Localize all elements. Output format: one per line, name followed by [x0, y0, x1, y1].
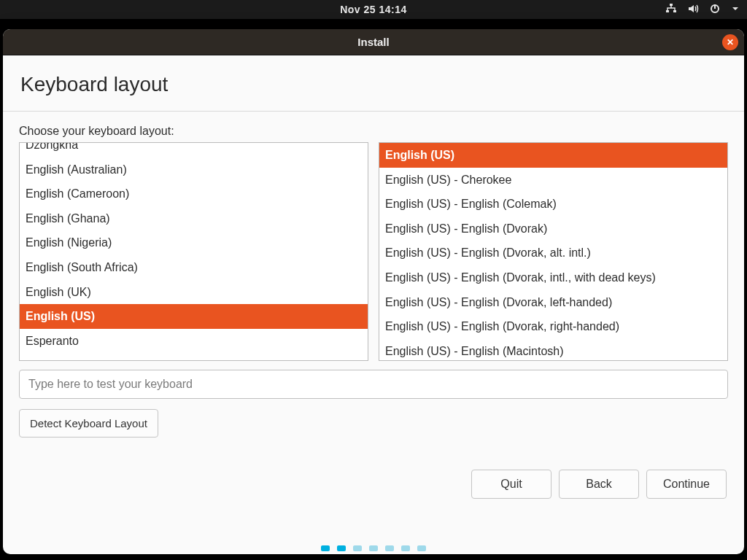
- progress-dot: [401, 545, 410, 551]
- clock: Nov 25 14:14: [340, 4, 407, 15]
- prompt-label: Choose your keyboard layout:: [19, 125, 728, 138]
- power-icon[interactable]: [709, 3, 721, 17]
- page-title: Keyboard layout: [3, 55, 744, 112]
- svg-rect-2: [673, 10, 676, 12]
- top-bar: Nov 25 14:14: [0, 0, 747, 19]
- list-item[interactable]: English (South Africa): [20, 255, 368, 280]
- quit-button[interactable]: Quit: [471, 470, 551, 499]
- back-button[interactable]: Back: [559, 470, 639, 499]
- keyboard-test-input[interactable]: [19, 370, 728, 399]
- list-item[interactable]: English (US) - English (Dvorak, left-han…: [379, 290, 727, 315]
- close-button[interactable]: ✕: [722, 34, 738, 50]
- progress-dot: [385, 545, 394, 551]
- list-item[interactable]: English (Ghana): [20, 206, 368, 231]
- list-item[interactable]: English (US) - English (Dvorak, alt. int…: [379, 241, 727, 265]
- list-item[interactable]: English (US) - Cherokee: [379, 168, 727, 192]
- svg-rect-1: [666, 10, 669, 12]
- list-item[interactable]: English (US) - English (Dvorak): [379, 217, 727, 241]
- list-item[interactable]: English (US) - English (Macintosh): [379, 339, 727, 361]
- list-item[interactable]: English (Cameroon): [20, 182, 368, 206]
- layout-variant-list[interactable]: English (US)English (US) - CherokeeEngli…: [379, 142, 728, 361]
- chevron-down-icon[interactable]: [731, 4, 740, 15]
- progress-dot: [337, 545, 346, 551]
- list-item[interactable]: English (US): [379, 143, 727, 168]
- volume-icon[interactable]: [687, 3, 699, 17]
- window-titlebar: Install ✕: [3, 29, 744, 55]
- list-item[interactable]: English (Australian): [20, 158, 368, 182]
- list-item[interactable]: Esperanto: [20, 329, 368, 354]
- content-area: Keyboard layout Choose your keyboard lay…: [3, 55, 744, 554]
- list-item[interactable]: English (US) - English (Dvorak, right-ha…: [379, 314, 727, 339]
- progress-indicator: [3, 545, 744, 551]
- list-item[interactable]: English (US) - English (Dvorak, intl., w…: [379, 265, 727, 290]
- layout-lists: DzongkhaEnglish (Australian)English (Cam…: [19, 142, 728, 361]
- list-item[interactable]: English (US) - English (Colemak): [379, 192, 727, 217]
- list-item[interactable]: Dzongkha: [20, 142, 368, 158]
- window-title: Install: [357, 36, 389, 48]
- network-icon[interactable]: [665, 3, 677, 17]
- progress-dot: [353, 545, 362, 551]
- list-item[interactable]: English (UK): [20, 280, 368, 305]
- footer-buttons: Quit Back Continue: [471, 470, 727, 499]
- list-item[interactable]: English (US): [20, 304, 368, 329]
- svg-rect-0: [670, 4, 673, 6]
- svg-rect-4: [714, 4, 716, 9]
- list-item[interactable]: English (Nigeria): [20, 230, 368, 255]
- progress-dot: [321, 545, 330, 551]
- close-icon: ✕: [727, 37, 734, 47]
- continue-button[interactable]: Continue: [646, 470, 727, 499]
- installer-window: Install ✕ Keyboard layout Choose your ke…: [3, 29, 744, 554]
- progress-dot: [369, 545, 378, 551]
- list-item[interactable]: Estonian: [20, 353, 368, 361]
- detect-layout-button[interactable]: Detect Keyboard Layout: [19, 409, 158, 438]
- system-tray[interactable]: [665, 3, 740, 17]
- layout-language-list[interactable]: DzongkhaEnglish (Australian)English (Cam…: [19, 142, 368, 361]
- progress-dot: [417, 545, 426, 551]
